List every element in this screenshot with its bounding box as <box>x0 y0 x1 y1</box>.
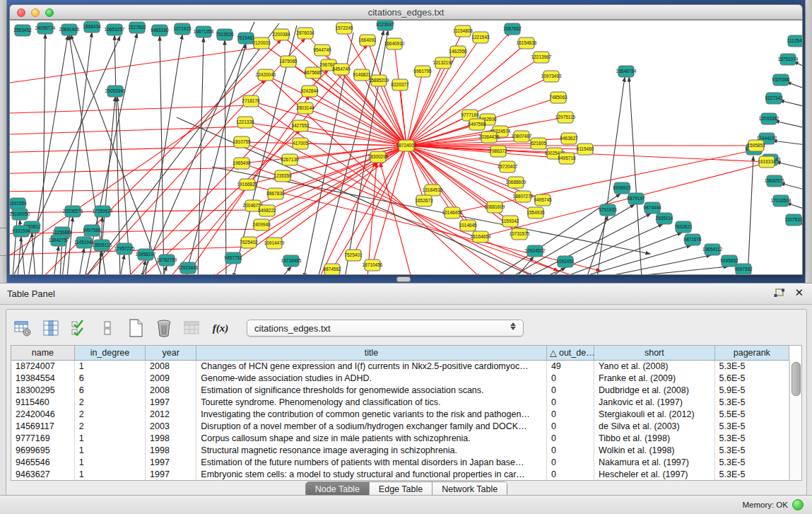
graph-node[interactable]: 1664091 <box>358 35 377 46</box>
graph-node[interactable]: 8675685 <box>304 67 322 78</box>
graph-node[interactable]: 10654112 <box>702 244 723 255</box>
table-row[interactable]: 1456911722003Disruption of a novel membe… <box>11 420 789 432</box>
table-row[interactable]: 1830029562008Estimation of significance … <box>11 384 789 396</box>
graph-node[interactable]: 10731575 <box>510 228 530 240</box>
graph-node[interactable]: 1112543 <box>787 35 802 47</box>
graph-node[interactable]: 9329366 <box>772 74 790 86</box>
function-builder-icon[interactable]: f(x) <box>210 317 231 339</box>
graph-node[interactable]: 16640910 <box>384 38 405 49</box>
graph-node[interactable]: 17359924 <box>93 206 113 217</box>
graph-node[interactable]: 1221543 <box>471 32 490 43</box>
graph-node[interactable]: 10958107 <box>136 249 156 260</box>
graph-node[interactable]: 9544749 <box>313 45 331 56</box>
graph-edge[interactable] <box>578 245 691 274</box>
graph-node[interactable]: 9495718 <box>558 153 576 164</box>
scrollbar-thumb[interactable] <box>792 362 801 396</box>
graph-node[interactable]: 7515526 <box>216 29 234 40</box>
graph-node[interactable]: 20206576 <box>63 206 83 217</box>
graph-node[interactable]: 2876034 <box>296 28 314 39</box>
graph-node[interactable]: 1595853 <box>747 140 765 151</box>
graph-node[interactable]: 15885209 <box>369 75 389 86</box>
graph-node[interactable]: 9997588 <box>83 225 101 236</box>
graph-node[interactable]: 6961795 <box>413 66 432 77</box>
graph-node[interactable]: 17016504 <box>771 195 792 206</box>
graph-node[interactable]: 2087682 <box>503 23 522 35</box>
tab-node-table[interactable]: Node Table <box>306 482 370 496</box>
graph-node[interactable]: 12093382 <box>759 113 779 124</box>
graph-node[interactable]: 18724007 <box>396 140 417 151</box>
graph-node[interactable]: 10914479 <box>264 238 285 249</box>
graph-edge[interactable] <box>120 255 124 274</box>
graph-node[interactable]: 22420046 <box>256 69 276 81</box>
graph-node[interactable]: 1159342 <box>502 216 519 227</box>
graph-node[interactable]: 6466160 <box>151 25 169 36</box>
graph-node[interactable]: 17957225 <box>114 243 135 255</box>
graph-node[interactable]: 1071915 <box>173 23 192 35</box>
table-row[interactable]: 946554611997Estimation of the future num… <box>11 456 789 468</box>
graph-edge[interactable] <box>599 255 711 274</box>
graph-node[interactable]: 25160050 <box>10 209 30 220</box>
graph-node[interactable]: 1014645 <box>459 220 477 231</box>
graph-node[interactable]: 8938923 <box>613 182 631 194</box>
graph-node[interactable]: 9474444 <box>643 202 661 214</box>
table-row[interactable]: 1938455462009Genome-wide association stu… <box>11 372 789 384</box>
table-header-row[interactable]: namein_degreeyeartitle△ out_de…shortpage… <box>11 346 789 360</box>
memory-ok-indicator-icon[interactable] <box>792 499 804 510</box>
graph-node[interactable]: 8123047 <box>376 21 394 30</box>
graph-node[interactable]: 12923446 <box>178 262 199 274</box>
graph-node[interactable]: 1891954 <box>10 198 27 209</box>
network-graph-canvas[interactable]: 1872400718300295255345224055724206914061… <box>9 20 803 275</box>
graph-node[interactable]: 8867830 <box>266 188 285 199</box>
table-row[interactable]: 911546021997Tourette syndrome. Phenomeno… <box>11 396 789 408</box>
graph-node[interactable]: 8220377 <box>391 79 409 90</box>
vertical-scrollbar[interactable] <box>789 361 801 479</box>
graph-node[interactable]: 8471676 <box>683 234 702 245</box>
graph-node[interactable]: 1527602 <box>128 22 146 33</box>
graph-node[interactable]: 10681609 <box>485 201 505 213</box>
graph-node[interactable]: 8267130 <box>281 154 299 165</box>
column-header-name[interactable]: name <box>11 346 74 360</box>
graph-node[interactable]: 1965498 <box>233 158 251 169</box>
column-header-in_degree[interactable]: in_degree <box>74 346 145 360</box>
graph-node[interactable]: 2409948 <box>252 219 271 230</box>
graph-edge[interactable] <box>748 156 753 274</box>
graph-node[interactable]: 18300295 <box>368 151 389 163</box>
graph-edge[interactable] <box>597 77 625 274</box>
network-window-titlebar[interactable]: citations_edges.txt <box>9 4 803 20</box>
graph-node[interactable]: 13942757 <box>49 235 69 246</box>
graph-node[interactable]: 1810755 <box>233 136 251 148</box>
column-header-title[interactable]: title <box>196 346 547 360</box>
graph-node[interactable]: 2120003 <box>252 37 271 49</box>
graph-node[interactable]: 7986372 <box>489 146 507 157</box>
graph-node[interactable]: 16154838 <box>517 37 537 49</box>
graph-node[interactable]: 1221338 <box>236 117 254 128</box>
graph-edge[interactable] <box>283 146 406 176</box>
graph-node[interactable]: 1107533 <box>785 214 802 226</box>
graph-node[interactable]: 24055724 <box>35 23 56 34</box>
graph-node[interactable]: 9331594 <box>12 226 30 237</box>
graph-node[interactable]: 10973493 <box>541 71 562 82</box>
graph-node[interactable]: 9463627 <box>560 133 578 144</box>
graph-edge[interactable] <box>163 266 167 274</box>
graph-node[interactable]: 15751074 <box>778 54 799 65</box>
column-header-year[interactable]: year <box>146 346 196 360</box>
graph-node[interactable]: 11154808 <box>453 25 473 37</box>
graph-node[interactable]: 2803144 <box>296 103 314 114</box>
graph-node[interactable]: 1235359 <box>273 170 292 182</box>
graph-node[interactable]: 9242844 <box>300 86 319 97</box>
graph-node[interactable]: 16782759 <box>157 255 177 266</box>
graph-node[interactable]: 1462556 <box>449 46 467 57</box>
graph-edge[interactable] <box>776 162 802 170</box>
graph-node[interactable]: 16710456 <box>363 259 383 271</box>
graph-node[interactable]: 9495745 <box>534 194 552 206</box>
column-chooser-icon[interactable] <box>40 317 61 339</box>
graph-node[interactable]: 1554935 <box>526 207 545 218</box>
graph-node[interactable]: 621605 <box>531 138 546 149</box>
graph-node[interactable]: 10688609 <box>506 177 526 188</box>
graph-edge[interactable] <box>367 163 377 274</box>
graph-edge[interactable] <box>251 101 406 146</box>
graph-node[interactable]: 19716485 <box>281 255 302 267</box>
import-table-icon[interactable] <box>182 317 203 339</box>
citation-network-graph[interactable]: 1872400718300295255345224055724206914061… <box>10 21 802 274</box>
graph-node[interactable]: 1616334 <box>758 156 776 168</box>
